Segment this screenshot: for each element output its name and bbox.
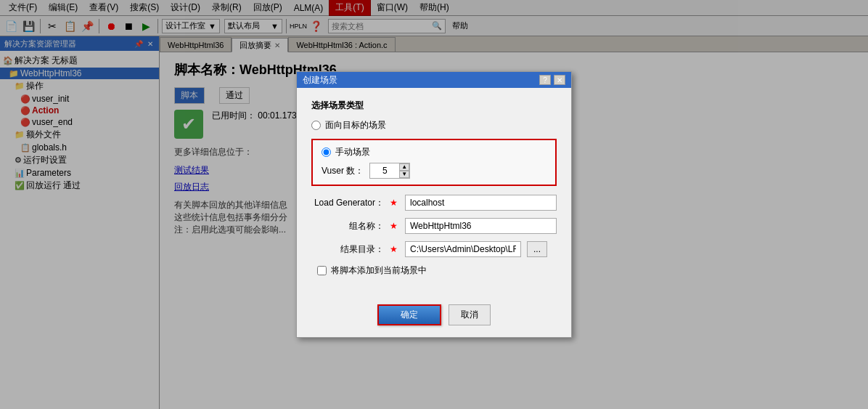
create-scenario-modal: 创建场景 ? ✕ 选择场景类型 面向目标的场景 手动场景 (296, 71, 572, 338)
radio-manual-input[interactable] (322, 147, 331, 157)
result-dir-label: 结果目录： (311, 243, 384, 256)
load-gen-input[interactable] (405, 195, 557, 211)
add-to-scenario-checkbox[interactable] (317, 266, 327, 275)
browse-btn[interactable]: ... (527, 241, 547, 257)
group-name-label: 组名称： (311, 220, 384, 232)
manual-scenario-box: 手动场景 Vuser 数： ▲ ▼ (311, 139, 557, 186)
vuser-spin-down[interactable]: ▼ (399, 171, 409, 178)
modal-title: 创建场景 (303, 74, 337, 86)
radio-manual[interactable]: 手动场景 (322, 146, 546, 158)
modal-question-btn[interactable]: ? (539, 75, 551, 85)
ok-button[interactable]: 确定 (377, 304, 441, 325)
vuser-spinner: ▲ ▼ (399, 163, 409, 178)
section-label: 选择场景类型 (311, 100, 557, 112)
modal-footer: 确定 取消 (297, 299, 571, 337)
load-gen-label: Load Generator： (311, 197, 384, 209)
checkbox-row: 将脚本添加到当前场景中 (311, 264, 557, 277)
radio-group: 面向目标的场景 (311, 119, 557, 131)
vuser-input[interactable] (370, 163, 399, 178)
radio-goal-input[interactable] (311, 121, 321, 130)
vuser-row: Vuser 数： ▲ ▼ (322, 163, 546, 179)
vuser-input-wrap: ▲ ▼ (369, 163, 410, 179)
load-gen-row: Load Generator： ★ (311, 195, 557, 211)
modal-titlebar: 创建场景 ? ✕ (297, 72, 571, 88)
vuser-spin-up[interactable]: ▲ (399, 163, 409, 171)
modal-overlay: 创建场景 ? ✕ 选择场景类型 面向目标的场景 手动场景 (0, 0, 868, 409)
load-gen-star: ★ (390, 198, 398, 208)
group-name-row: 组名称： ★ (311, 218, 557, 234)
result-dir-input[interactable] (405, 241, 521, 257)
group-name-input[interactable] (405, 218, 557, 234)
group-name-star: ★ (390, 221, 398, 231)
modal-close-btn[interactable]: ✕ (554, 75, 565, 85)
result-dir-star: ★ (390, 244, 398, 254)
modal-body: 选择场景类型 面向目标的场景 手动场景 Vuser 数： (297, 88, 571, 299)
result-dir-row: 结果目录： ★ ... (311, 241, 557, 257)
cancel-button[interactable]: 取消 (449, 304, 491, 325)
vuser-label: Vuser 数： (322, 165, 364, 177)
radio-goal-oriented[interactable]: 面向目标的场景 (311, 119, 557, 131)
checkbox-label: 将脚本添加到当前场景中 (331, 264, 427, 277)
